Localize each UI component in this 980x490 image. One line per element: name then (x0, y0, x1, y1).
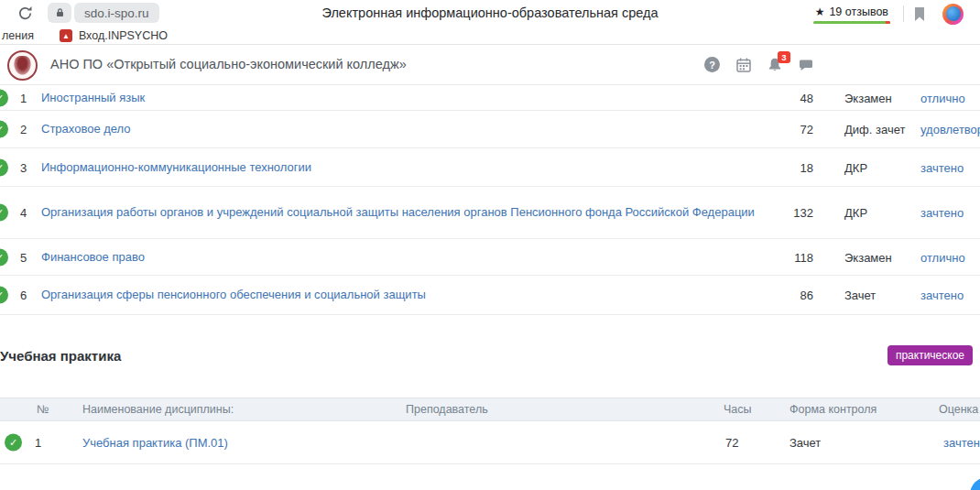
status-check-icon: ✓ (0, 89, 8, 106)
status-check-icon: ✓ (5, 434, 22, 452)
row-number: 2 (20, 123, 38, 136)
bookmark-favicon-icon: ▲ (60, 29, 72, 42)
hours-value: 48 (760, 91, 813, 104)
grade-link[interactable]: зачтено (920, 289, 964, 302)
star-icon: ★ (815, 5, 825, 18)
grade-link[interactable]: зачтено (920, 206, 964, 220)
row-number: 1 (20, 91, 38, 104)
grade-link[interactable]: зачтено (943, 436, 980, 450)
notifications-bell-icon[interactable]: 3 (766, 56, 783, 73)
grade-link[interactable]: отлично (920, 91, 965, 104)
lock-icon[interactable] (48, 3, 71, 23)
bookmark-item-cut[interactable]: ления (2, 29, 34, 42)
bookmark-item-inpsycho[interactable]: ▲ Вход.INPSYCHO (60, 29, 168, 42)
bookmark-icon[interactable] (913, 6, 926, 22)
status-check-icon: ✓ (0, 287, 8, 304)
control-form: Зачет (844, 289, 876, 302)
practice-section-title: Учебная практика (0, 348, 121, 364)
hours-value: 72 (760, 123, 813, 136)
rating-bar (813, 21, 890, 24)
column-control: Форма контроля (789, 403, 877, 416)
row-number: 1 (35, 436, 41, 450)
college-emblem-icon (14, 56, 31, 75)
hours-value: 132 (760, 206, 813, 220)
reload-icon[interactable] (15, 3, 35, 23)
grade-link[interactable]: зачтено (920, 160, 964, 174)
course-row: ✓ 6 Организация сферы пенсионного обеспе… (0, 276, 980, 315)
discipline-link[interactable]: Иностранный язык (41, 91, 801, 105)
header-icons: ? 3 (703, 56, 814, 73)
row-number: 5 (20, 250, 38, 264)
control-form: ДКР (844, 160, 867, 174)
browser-actions: ★ 19 отзывов (808, 0, 980, 27)
column-discipline: Наименование дисциплины: (82, 403, 234, 416)
hours-value: 118 (760, 250, 813, 264)
discipline-link[interactable]: Организация работы органов и учреждений … (41, 205, 801, 220)
bookmark-label: Вход.INPSYCHO (79, 29, 168, 42)
discipline-link[interactable]: Информационно-коммуникационные технологи… (41, 160, 801, 175)
hours-value: 86 (760, 289, 813, 302)
column-grade: Оценка (939, 403, 978, 416)
course-row: ✓ 2 Страховое дело 72 Диф. зачет удовлет… (0, 111, 980, 148)
course-row: ✓ 5 Финансовое право 118 Экзамен отлично (0, 239, 980, 276)
column-teacher: Преподаватель (406, 403, 488, 416)
discipline-link[interactable]: Организация сферы пенсионного обеспечени… (41, 288, 801, 302)
practice-link[interactable]: Учебная практика (ПМ.01) (82, 436, 228, 450)
college-name: АНО ПО «Открытый социально-экономический… (50, 57, 407, 71)
site-header: АНО ПО «Открытый социально-экономический… (0, 45, 980, 85)
avatar-inner (946, 6, 961, 21)
reviews-count-label: 19 отзывов (829, 5, 888, 18)
practice-section-header: Учебная практика практическое (0, 315, 980, 397)
hours-value: 72 (725, 436, 738, 450)
status-check-icon: ✓ (0, 158, 8, 176)
courses-table: ✓ 1 Иностранный язык 48 Экзамен отлично … (0, 85, 980, 315)
toolbar-divider (903, 5, 904, 22)
profile-avatar[interactable] (942, 4, 964, 25)
course-row: ✓ 1 Иностранный язык 48 Экзамен отлично (0, 85, 980, 111)
grade-link[interactable]: отлично (920, 250, 965, 264)
bookmarks-bar: ления ▲ Вход.INPSYCHO (0, 27, 980, 45)
row-number: 3 (20, 160, 38, 174)
browser-toolbar: sdo.i-spo.ru Электронная информационно-о… (0, 0, 980, 27)
hours-value: 18 (760, 160, 813, 174)
address-bar[interactable]: sdo.i-spo.ru (48, 3, 159, 23)
status-check-icon: ✓ (0, 248, 8, 266)
discipline-link[interactable]: Финансовое право (41, 250, 801, 265)
floating-action-button[interactable] (970, 477, 980, 490)
messages-icon[interactable] (797, 56, 814, 73)
control-form: ДКР (844, 206, 867, 220)
college-logo[interactable] (7, 50, 38, 81)
page-title: Электронная информационно-образовательна… (220, 5, 760, 20)
control-form: Экзамен (844, 91, 892, 104)
course-row: ✓ 4 Организация работы органов и учрежде… (0, 187, 980, 239)
practice-table-header: № Наименование дисциплины: Преподаватель… (0, 397, 980, 421)
row-number: 4 (20, 206, 38, 220)
help-icon[interactable]: ? (703, 56, 721, 73)
column-hours: Часы (724, 403, 752, 416)
status-check-icon: ✓ (0, 121, 8, 138)
site-reviews-button[interactable]: ★ 19 отзывов (808, 2, 896, 26)
url-domain[interactable]: sdo.i-spo.ru (74, 3, 159, 23)
grade-link[interactable]: удовлетворительно (920, 123, 980, 136)
control-form: Экзамен (844, 250, 892, 264)
course-row: ✓ 3 Информационно-коммуникационные техно… (0, 148, 980, 187)
status-check-icon: ✓ (0, 204, 8, 222)
calendar-icon[interactable] (735, 56, 752, 73)
control-form: Зачет (789, 436, 821, 450)
row-number: 6 (20, 289, 38, 302)
notifications-count-badge: 3 (778, 51, 790, 63)
column-number: № (37, 403, 49, 416)
practice-type-badge: практическое (887, 345, 973, 365)
discipline-link[interactable]: Страховое дело (41, 122, 801, 136)
control-form: Диф. зачет (844, 123, 905, 136)
practice-row: ✓ 1 Учебная практика (ПМ.01) 72 Зачет за… (0, 421, 980, 464)
